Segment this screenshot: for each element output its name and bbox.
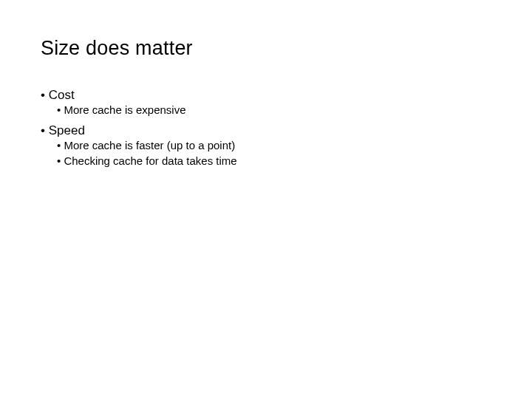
bullet-list: Cost More cache is expensive Speed More … — [41, 88, 491, 168]
bullet-cost: Cost More cache is expensive — [41, 88, 491, 117]
bullet-label: Speed — [49, 123, 85, 137]
sublist-speed: More cache is faster (up to a point) Che… — [41, 138, 491, 168]
subitem: Checking cache for data takes time — [57, 154, 491, 168]
bullet-speed: Speed More cache is faster (up to a poin… — [41, 123, 491, 168]
sublist-cost: More cache is expensive — [41, 103, 491, 117]
subitem: More cache is expensive — [57, 103, 491, 117]
slide-title: Size does matter — [41, 37, 491, 60]
subitem: More cache is faster (up to a point) — [57, 138, 491, 153]
bullet-label: Cost — [49, 88, 75, 102]
